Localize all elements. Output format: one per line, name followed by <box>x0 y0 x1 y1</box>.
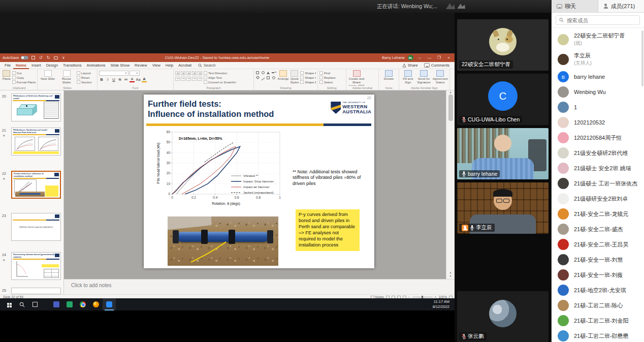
menu-tab-review[interactable]: Review <box>132 62 150 69</box>
align-text-button[interactable]: Align Text <box>204 76 236 79</box>
font-size-select[interactable] <box>130 71 140 76</box>
app-meeting-icon[interactable] <box>103 298 116 310</box>
app-firefox-icon[interactable] <box>89 298 103 310</box>
member-row[interactable]: 21级硕士 安全2班 姚瑞 <box>552 161 644 176</box>
font-style-button-2[interactable]: U <box>111 77 116 82</box>
member-search[interactable] <box>556 15 640 25</box>
undo-icon[interactable]: ↺ <box>38 55 44 60</box>
member-row[interactable]: 21硕-安全二班-龙镜元 <box>552 206 644 222</box>
video-tile-4[interactable]: 李立辰 <box>457 182 549 234</box>
font-style-button-6[interactable]: Aa <box>136 77 141 82</box>
font-style-button-0[interactable]: B <box>99 77 104 82</box>
tab-chat[interactable]: 聊天 <box>552 0 598 12</box>
align-button[interactable] <box>198 77 202 81</box>
member-row[interactable]: 21硕-安全二班-盛杰 <box>552 222 644 237</box>
section-button[interactable]: Section <box>77 80 92 84</box>
list-button[interactable] <box>186 71 191 75</box>
app-teams-icon[interactable] <box>50 298 63 310</box>
app-green-icon[interactable] <box>63 298 76 310</box>
video-tile-2[interactable]: CCUG-UWA-Libo Chen <box>457 74 549 125</box>
start-button[interactable] <box>2 298 15 310</box>
reset-button[interactable]: Reset <box>77 76 92 79</box>
font-style-button-1[interactable]: I <box>105 77 110 82</box>
autosave-control[interactable]: AutoSave <box>3 55 28 60</box>
slide-canvas[interactable]: 22 Further field tests: Influence of ins… <box>144 95 374 268</box>
close-button[interactable]: × <box>445 55 452 60</box>
account-avatar[interactable]: BL <box>408 55 413 60</box>
member-row[interactable]: 21级硕研安全2班刘卓 <box>552 191 644 206</box>
ribbon-display-options-icon[interactable]: ⌵ <box>416 55 423 60</box>
member-row[interactable]: 21硕-安全一班-刘慧 <box>552 252 644 267</box>
slide-thumbnail-22[interactable]: 22∗Further field tests: Influence of ins… <box>0 171 64 199</box>
member-row[interactable]: 21级安全硕研2班代维 <box>552 145 644 161</box>
menu-tab-animations[interactable]: Animations <box>84 62 108 69</box>
member-row[interactable]: 21硕-安全一班-刘薇 <box>552 267 644 283</box>
list-button[interactable] <box>175 71 180 75</box>
layout-button[interactable]: Layout <box>77 71 92 75</box>
scroll-up-icon[interactable]: ▲ <box>446 90 455 94</box>
slide-thumbnail-25[interactable]: 25 <box>0 288 64 294</box>
redo-icon[interactable]: ↻ <box>46 55 51 60</box>
previous-slide-icon[interactable]: ▲ <box>446 271 455 274</box>
copy-button[interactable]: Copy <box>12 76 36 79</box>
menu-tab-home[interactable]: Home <box>13 62 29 69</box>
slide-thumbnail-23[interactable]: 23Ultimate lateral capacity (rigid piles… <box>0 213 64 241</box>
quick-styles-button[interactable]: Quick Styles <box>291 70 299 84</box>
member-row[interactable]: 21硕-工岩二班-刘金阳 <box>552 313 644 328</box>
video-tile-3[interactable]: barry lehane <box>457 128 549 179</box>
convert-to-smartart-button[interactable]: Convert to SmartArt <box>204 80 236 84</box>
slide-thumbnail-21[interactable]: 21∗FE Analyses: Hardening soil model She… <box>0 128 64 156</box>
list-button[interactable] <box>192 71 197 75</box>
menu-tab-insert[interactable]: Insert <box>29 62 44 69</box>
replace-button[interactable]: Replace <box>319 76 336 79</box>
member-row[interactable]: 1202120584周子恒 <box>552 130 644 145</box>
member-row[interactable]: 21硕-地空2班-尤安琪 <box>552 283 644 298</box>
font-style-button-4[interactable]: ab <box>123 77 128 82</box>
text-direction-button[interactable]: Text Direction <box>204 71 236 75</box>
member-row[interactable]: Wenbing Wu <box>552 84 644 100</box>
align-button[interactable] <box>192 77 197 81</box>
menu-tab-design[interactable]: Design <box>44 62 60 69</box>
select-button[interactable]: Select <box>319 80 336 84</box>
new-slide-button[interactable]: New Slide <box>39 70 56 81</box>
paste-button[interactable]: Paste <box>3 70 11 81</box>
member-row[interactable]: 李立辰(主持人) <box>552 49 644 69</box>
shape-outline-button[interactable]: Shape Outline <box>300 76 316 79</box>
thumbnail-preview[interactable]: FE Analyses: Hardening soil model Shento… <box>11 128 61 156</box>
arrange-button[interactable]: Arrange <box>278 70 289 81</box>
slide-thumbnail-24[interactable]: 24∗Determining ultimate lateral (geotech… <box>0 252 64 281</box>
shape-effects-button[interactable]: Shape Effects <box>300 80 316 84</box>
notes-pane[interactable]: Click to add notes <box>64 279 455 294</box>
list-button[interactable] <box>181 71 185 75</box>
cut-button[interactable]: Cut <box>12 71 36 75</box>
thumbnail-preview[interactable]: Ultimate lateral capacity (rigid piles) <box>11 213 61 241</box>
task-view-icon[interactable] <box>28 298 42 310</box>
thumbnail-preview[interactable]: FE Analyses of field tests Hardening soi… <box>11 94 61 121</box>
create-and-share-adobe-pdf-button[interactable]: Create and Share Adobe PDF <box>348 70 365 86</box>
font-name-select[interactable] <box>99 71 128 76</box>
menu-tab-view[interactable]: View <box>150 62 163 69</box>
tab-members[interactable]: 成员(271) <box>598 0 644 12</box>
fill-and-sign-button[interactable]: Fill and Sign <box>401 70 415 84</box>
next-slide-icon[interactable]: ▼ <box>446 274 455 278</box>
font-style-button-3[interactable]: S <box>117 77 122 82</box>
align-button[interactable] <box>181 77 185 81</box>
zoom-slider[interactable] <box>412 297 433 297</box>
menu-tab-help[interactable]: Help <box>163 62 176 69</box>
member-row[interactable]: Bbarry lehane <box>552 69 644 84</box>
align-button[interactable] <box>175 77 180 81</box>
taskbar-clock[interactable]: 11:17 AM 8/12/2022 <box>433 299 455 309</box>
taskbar-search-icon[interactable] <box>15 298 28 310</box>
member-row[interactable]: 21硕-工岩二班-邵懋懋 <box>552 328 644 342</box>
list-button[interactable] <box>198 71 202 75</box>
menu-tab-file[interactable]: File <box>2 62 13 69</box>
shape-fill-button[interactable]: Shape Fill <box>300 71 316 75</box>
dictate-button[interactable]: Dictate <box>380 70 397 81</box>
save-icon[interactable] <box>30 56 36 59</box>
slide-scrollbar[interactable]: ▲ ▲ ▼ <box>446 90 455 279</box>
slide-thumbnail-20[interactable]: 20FE Analyses of field tests Hardening s… <box>0 94 64 122</box>
ppt-title-bar[interactable]: AutoSave ↺ ↻ ∨ CUG-Wuhan-Dec22 - Saved t… <box>0 53 455 62</box>
menu-tab-transitions[interactable]: Transitions <box>60 62 84 69</box>
reuse-slides-button[interactable]: Reuse Slides <box>58 70 75 84</box>
align-button[interactable] <box>186 77 191 81</box>
